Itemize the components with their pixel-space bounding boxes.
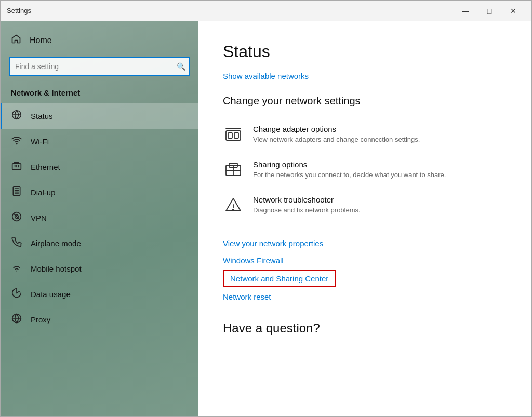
main-area: Home 🔍 Network & Internet [1, 21, 531, 416]
vpn-icon [11, 211, 22, 224]
svg-rect-16 [228, 133, 232, 138]
hotspot-icon [11, 262, 22, 275]
svg-rect-7 [13, 187, 20, 196]
sharing-icon [223, 160, 244, 181]
sidebar-item-status[interactable]: Status [1, 103, 198, 129]
proxy-icon [11, 313, 22, 326]
sidebar-item-vpn-label: VPN [31, 213, 47, 222]
change-settings-title: Change your network settings [223, 95, 507, 107]
network-reset-link[interactable]: Network reset [223, 289, 507, 304]
sidebar-item-wifi-label: Wi-Fi [31, 137, 49, 146]
sidebar-item-wifi[interactable]: Wi-Fi [1, 129, 198, 154]
svg-point-24 [233, 209, 234, 210]
links-section: View your network properties Windows Fir… [223, 236, 507, 304]
troubleshooter-desc: Diagnose and fix network problems. [253, 206, 361, 214]
setting-item-adapter[interactable]: Change adapter options View network adap… [223, 117, 507, 153]
sidebar-item-airplane[interactable]: Airplane mode [1, 231, 198, 256]
search-input[interactable] [9, 57, 190, 76]
network-properties-link[interactable]: View your network properties [223, 236, 507, 251]
sidebar-item-ethernet[interactable]: Ethernet [1, 154, 198, 180]
search-box: 🔍 [9, 57, 190, 76]
sidebar-item-proxy[interactable]: Proxy [1, 307, 198, 332]
adapter-title: Change adapter options [253, 125, 420, 133]
sidebar-item-proxy-label: Proxy [31, 315, 50, 324]
sidebar-item-status-label: Status [31, 112, 53, 120]
setting-item-troubleshooter[interactable]: Network troubleshooter Diagnose and fix … [223, 188, 507, 223]
sidebar-nav: Status Wi-Fi [1, 103, 198, 332]
troubleshooter-text: Network troubleshooter Diagnose and fix … [253, 195, 361, 214]
sidebar-item-dialup[interactable]: Dial-up [1, 180, 198, 205]
svg-rect-17 [234, 133, 238, 138]
home-label: Home [30, 36, 52, 45]
troubleshooter-icon [223, 195, 244, 216]
ethernet-icon [11, 160, 22, 173]
window-controls: — □ ✕ [454, 3, 525, 19]
sidebar-item-ethernet-label: Ethernet [31, 163, 60, 171]
sidebar-item-hotspot-label: Mobile hotspot [31, 264, 82, 273]
sharing-desc: For the networks you connect to, decide … [253, 171, 446, 179]
dialup-icon [11, 186, 22, 199]
sidebar-item-hotspot[interactable]: Mobile hotspot [1, 256, 198, 281]
home-icon [11, 34, 21, 47]
sidebar-item-home[interactable]: Home [1, 21, 198, 55]
settings-items: Change adapter options View network adap… [223, 117, 507, 223]
firewall-link[interactable]: Windows Firewall [223, 253, 507, 268]
adapter-desc: View network adapters and change connect… [253, 136, 420, 143]
datausage-icon [11, 288, 22, 301]
titlebar: Settings — □ ✕ [1, 1, 531, 21]
maximize-button[interactable]: □ [477, 3, 501, 19]
wifi-icon [11, 135, 22, 148]
svg-point-2 [16, 143, 17, 144]
close-button[interactable]: ✕ [501, 3, 525, 19]
troubleshooter-title: Network troubleshooter [253, 195, 361, 204]
search-icon: 🔍 [177, 62, 185, 71]
sidebar: Home 🔍 Network & Internet [1, 21, 198, 416]
sidebar-item-vpn[interactable]: VPN [1, 205, 198, 231]
minimize-button[interactable]: — [454, 3, 477, 19]
sidebar-item-airplane-label: Airplane mode [31, 239, 81, 248]
sidebar-section-title: Network & Internet [1, 84, 198, 103]
setting-item-sharing[interactable]: Sharing options For the networks you con… [223, 153, 507, 188]
have-question-title: Have a question? [223, 321, 507, 335]
status-icon [11, 110, 22, 123]
page-title: Status [223, 42, 507, 61]
network-sharing-center-link[interactable]: Network and Sharing Center [223, 270, 336, 287]
show-networks-link[interactable]: Show available networks [223, 72, 309, 80]
settings-window: Settings — □ ✕ Home 🔍 [0, 0, 532, 417]
sidebar-item-datausage-label: Data usage [31, 290, 71, 299]
adapter-text: Change adapter options View network adap… [253, 125, 420, 143]
window-title: Settings [7, 7, 454, 15]
sidebar-item-datausage[interactable]: Data usage [1, 281, 198, 307]
content-area: Status Show available networks Change yo… [198, 21, 531, 416]
airplane-icon [11, 237, 22, 250]
sharing-text: Sharing options For the networks you con… [253, 160, 446, 179]
sidebar-item-dialup-label: Dial-up [31, 188, 56, 197]
adapter-icon [223, 125, 244, 145]
sharing-title: Sharing options [253, 160, 446, 169]
